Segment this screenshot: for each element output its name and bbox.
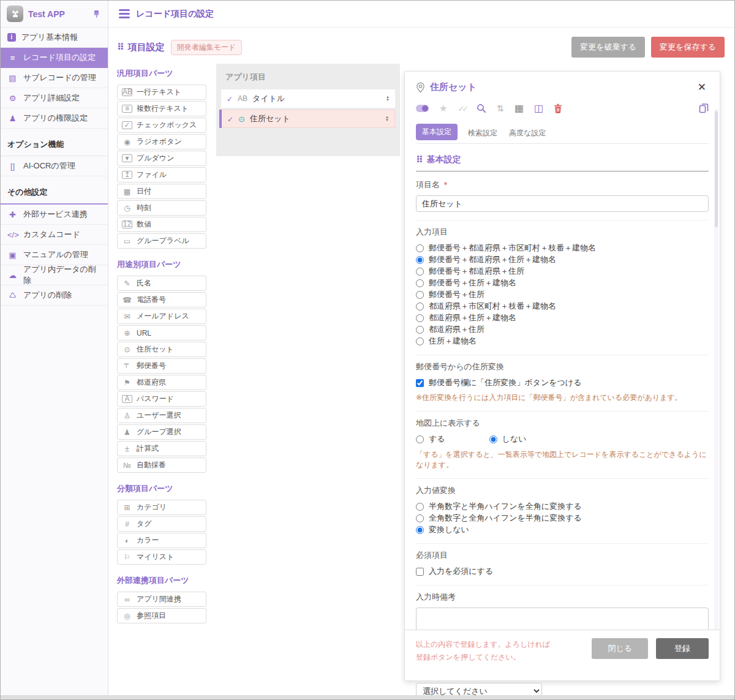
part-item[interactable]: ✓ チェックボックス — [117, 118, 206, 133]
part-item[interactable]: ⊙ 住所セット — [117, 342, 206, 357]
part-item[interactable]: ◉ ラジオボタン — [117, 134, 206, 149]
radio-input[interactable] — [416, 435, 424, 443]
sidebar-item[interactable]: ☁ アプリ内データの削除 — [1, 265, 108, 285]
app-item-row[interactable]: ⊙ 住所セット — [221, 110, 395, 128]
part-item[interactable]: 〒 郵便番号 — [117, 358, 206, 374]
value-convert-option[interactable]: 半角数字と半角ハイフンを全角に変換する — [416, 501, 709, 512]
submit-button[interactable]: 登録 — [656, 638, 709, 659]
radio-input[interactable] — [416, 314, 424, 322]
scrollbar-thumb[interactable] — [715, 111, 718, 227]
visibility-toggle-icon[interactable] — [416, 105, 429, 112]
sidebar-item[interactable]: i アプリ基本情報 — [1, 28, 108, 48]
part-item[interactable]: ◐ カラー — [117, 533, 206, 548]
copy-icon[interactable] — [699, 103, 709, 113]
part-item[interactable]: ∞ アプリ間連携 — [117, 592, 206, 607]
input-items-option[interactable]: 郵便番号＋都道府県＋住所＋建物名 — [416, 254, 709, 265]
part-item[interactable]: ▾ プルダウン — [117, 151, 206, 166]
radio-input[interactable] — [416, 503, 424, 511]
save-changes-button[interactable]: 変更を保存する — [651, 37, 725, 58]
part-item[interactable]: ♟ グループ選択 — [117, 424, 206, 440]
part-item[interactable]: ⚐ マイリスト — [117, 549, 206, 565]
part-item[interactable]: A パスワード — [117, 391, 206, 407]
radio-input[interactable] — [416, 268, 424, 276]
input-items-option[interactable]: 都道府県＋住所 — [416, 324, 709, 335]
close-icon[interactable] — [695, 80, 709, 95]
part-item[interactable]: ✉ メールアドレス — [117, 309, 206, 324]
part-item[interactable]: ⊞ カテゴリ — [117, 500, 206, 515]
part-item[interactable]: ☎ 電話番号 — [117, 292, 206, 307]
radio-input[interactable] — [416, 514, 424, 522]
sidebar-item[interactable]: ✚ 外部サービス連携 — [1, 205, 108, 225]
input-items-option[interactable]: 郵便番号＋都道府県＋市区町村＋枝番＋建物名 — [416, 243, 709, 254]
radio-label: 半角数字と半角ハイフンを全角に変換する — [429, 501, 582, 512]
detail-tab[interactable]: 高度な設定 — [508, 125, 547, 143]
map-display-option[interactable]: する — [416, 434, 445, 445]
value-convert-option[interactable]: 変換しない — [416, 524, 709, 535]
trash-icon[interactable] — [554, 103, 562, 113]
sort-icon[interactable] — [497, 103, 504, 114]
detail-tab[interactable]: 検索設定 — [467, 125, 499, 143]
double-check-icon[interactable] — [458, 103, 466, 114]
input-items-option[interactable]: 住所＋建物名 — [416, 336, 709, 347]
part-item[interactable]: ▦ 日付 — [117, 184, 206, 199]
part-item[interactable]: ◎ 参照項目 — [117, 608, 206, 623]
input-items-option[interactable]: 郵便番号＋住所＋建物名 — [416, 277, 709, 288]
input-items-option[interactable]: 都道府県＋住所＋建物名 — [416, 312, 709, 323]
radio-input[interactable] — [416, 244, 424, 252]
part-item[interactable]: AB 一行テキスト — [117, 85, 206, 100]
sidebar-item[interactable]: ♺ アプリの削除 — [1, 285, 108, 306]
star-icon[interactable] — [439, 103, 447, 114]
close-button[interactable]: 閉じる — [592, 638, 648, 659]
menu-icon[interactable] — [119, 9, 130, 18]
part-item[interactable]: ♙ ユーザー選択 — [117, 408, 206, 423]
app-window: Test APP i アプリ基本情報 ≡ レコード項目の設定 ▤ サブレコードの… — [0, 0, 735, 700]
map-display-option[interactable]: しない — [489, 434, 527, 445]
search-icon[interactable] — [477, 103, 486, 113]
discard-changes-button[interactable]: 変更を破棄する — [571, 37, 645, 58]
input-items-option[interactable]: 郵便番号＋都道府県＋住所 — [416, 266, 709, 277]
radio-input[interactable] — [416, 526, 424, 534]
postal-convert-checkbox[interactable] — [416, 379, 424, 387]
radio-input[interactable] — [416, 279, 424, 287]
input-items-option[interactable]: 都道府県＋市区町村＋枝番＋建物名 — [416, 301, 709, 312]
part-item-label: 数値 — [137, 219, 151, 230]
app-item-row[interactable]: AB タイトル — [221, 89, 395, 108]
radio-input[interactable] — [489, 435, 497, 443]
radio-input[interactable] — [416, 303, 424, 310]
part-item[interactable]: № 自動採番 — [117, 457, 206, 473]
part-item[interactable]: ◷ 時刻 — [117, 200, 206, 216]
part-item[interactable]: 12 数値 — [117, 217, 206, 232]
table-icon[interactable] — [514, 102, 524, 114]
part-item[interactable]: ≡ 複数行テキスト — [117, 101, 206, 116]
sidebar-item[interactable]: ▣ マニュアルの管理 — [1, 245, 108, 265]
sort-handle-icon[interactable] — [385, 116, 389, 122]
sidebar-item[interactable]: ⚙ アプリ詳細設定 — [1, 88, 108, 108]
radio-input[interactable] — [416, 291, 424, 299]
part-item[interactable]: ⊕ URL — [117, 325, 206, 341]
sidebar-item[interactable]: ▤ サブレコードの管理 — [1, 68, 108, 88]
part-item[interactable]: ↥ ファイル — [117, 167, 206, 183]
required-field-checkbox[interactable] — [416, 568, 424, 576]
tag-icon: # — [122, 520, 132, 529]
sidebar-item[interactable]: ≡ レコード項目の設定 — [1, 48, 108, 68]
radio-input[interactable] — [416, 326, 424, 334]
part-item[interactable]: ▭ グループラベル — [117, 233, 206, 249]
radio-input[interactable] — [416, 256, 424, 264]
item-name-input[interactable] — [416, 195, 709, 212]
input-items-option[interactable]: 郵便番号＋住所 — [416, 289, 709, 300]
part-item[interactable]: ✎ 氏名 — [117, 276, 206, 291]
sort-handle-icon[interactable] — [386, 96, 390, 102]
radio-input[interactable] — [416, 337, 424, 345]
sidebar-item[interactable]: ♟ アプリの権限設定 — [1, 108, 108, 129]
sidebar-item[interactable]: [] AI-OCRの管理 — [1, 156, 108, 176]
part-item[interactable]: ± 計算式 — [117, 441, 206, 456]
pin-icon[interactable] — [91, 9, 102, 20]
sidebar-item[interactable]: </> カスタムコード — [1, 225, 108, 245]
part-item[interactable]: # タグ — [117, 516, 206, 532]
postal-convert-row[interactable]: 郵便番号欄に「住所変換」ボタンをつける — [416, 377, 709, 388]
part-item[interactable]: ⚑ 都道府県 — [117, 375, 206, 390]
required-field-row[interactable]: 入力を必須にする — [416, 566, 709, 577]
columns-icon[interactable] — [534, 102, 543, 114]
detail-tab[interactable]: 基本設定 — [416, 124, 458, 140]
value-convert-option[interactable]: 全角数字と全角ハイフンを半角に変換する — [416, 513, 709, 524]
